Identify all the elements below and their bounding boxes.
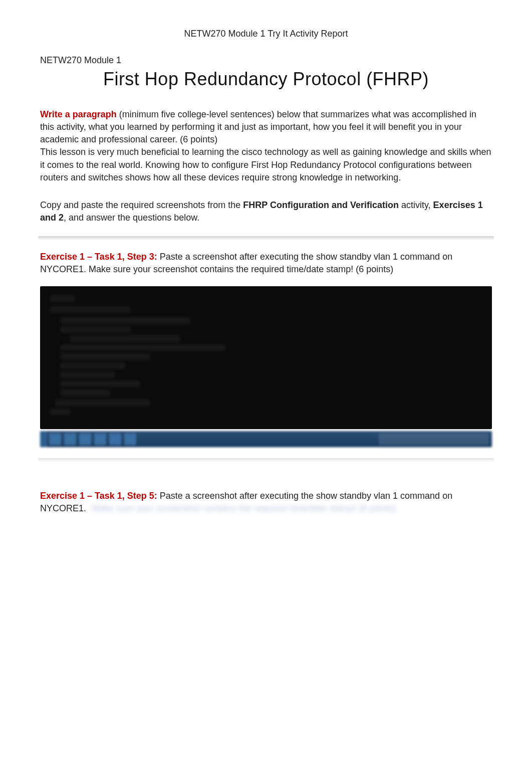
taskbar-icon — [94, 433, 106, 445]
document-title: First Hop Redundancy Protocol (FHRP) — [40, 67, 492, 92]
divider-shadow-2 — [38, 458, 494, 462]
copy-paste-mid: activity, — [399, 200, 433, 210]
course-line: NETW270 Module 1 — [40, 54, 492, 67]
taskbar-icon — [49, 433, 61, 445]
copy-paste-post: , and answer the questions below. — [64, 213, 199, 223]
write-paragraph-label: Write a paragraph — [40, 109, 117, 119]
copy-paste-instructions: Copy and paste the required screenshots … — [40, 199, 492, 224]
ex1-step5-obscured: Make sure your screenshot contains the r… — [92, 503, 396, 513]
taskbar-icon — [79, 433, 91, 445]
windows-taskbar — [40, 431, 492, 447]
copy-paste-pre: Copy and paste the required screenshots … — [40, 200, 243, 210]
terminal-screenshot — [40, 286, 492, 429]
ex1-step5-label: Exercise 1 – Task 1, Step 5: — [40, 491, 157, 501]
exercise1-step3: Exercise 1 – Task 1, Step 3: Paste a scr… — [40, 251, 492, 276]
taskbar-icons — [49, 433, 136, 445]
taskbar-icon — [124, 433, 136, 445]
ex1-step3-label: Exercise 1 – Task 1, Step 3: — [40, 252, 157, 262]
intro-section: Write a paragraph (minimum five college-… — [40, 108, 492, 184]
taskbar-tray — [379, 433, 489, 445]
divider-shadow — [38, 236, 494, 240]
exercise1-step5: Exercise 1 – Task 1, Step 5: Paste a scr… — [40, 490, 492, 515]
student-answer: This lesson is very much beneficial to l… — [40, 146, 492, 184]
taskbar-icon — [109, 433, 121, 445]
taskbar-icon — [64, 433, 76, 445]
activity-name-bold: FHRP Configuration and Verification — [243, 200, 399, 210]
running-header: NETW270 Module 1 Try It Activity Report — [40, 28, 492, 40]
